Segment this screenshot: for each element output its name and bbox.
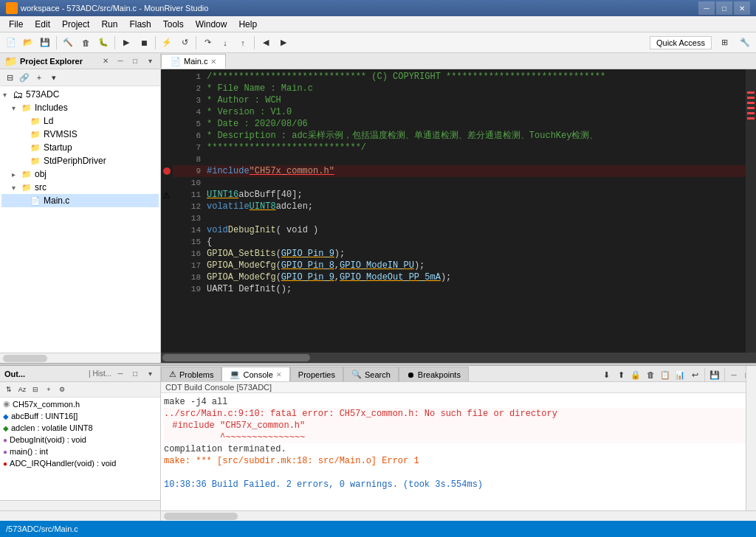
expand-btn[interactable]: +: [43, 384, 55, 395]
step-return[interactable]: ↑: [235, 35, 251, 51]
maximize-button[interactable]: □: [716, 1, 732, 15]
sort-btn[interactable]: ⇅: [3, 384, 15, 395]
outline-menu-btn[interactable]: ▾: [144, 368, 156, 380]
perspective-button[interactable]: ⊞: [716, 35, 732, 51]
tab-close-btn[interactable]: ✕: [210, 58, 216, 66]
toolbar-sep-1: [56, 36, 57, 49]
hide-btn[interactable]: ⚙: [56, 384, 68, 395]
debug-button[interactable]: 🐛: [95, 35, 111, 51]
outline-hscrollbar[interactable]: [0, 500, 160, 510]
tree-rvmsis[interactable]: 📁 RVMSIS: [1, 128, 159, 141]
console-down-btn[interactable]: ⬇: [599, 368, 613, 381]
step-over[interactable]: ↷: [199, 35, 216, 51]
tree-startup[interactable]: 📁 Startup: [1, 141, 159, 154]
menu-edit[interactable]: Edit: [29, 16, 56, 32]
outline-item-3[interactable]: ● DebugInit(void) : void: [0, 434, 160, 446]
console-lock-btn[interactable]: 🔒: [629, 368, 642, 381]
tab-problems[interactable]: ⚠ Problems: [161, 367, 221, 381]
editor-hscrollbar[interactable]: [161, 353, 756, 363]
tab-search[interactable]: 🔍 Search: [343, 367, 399, 381]
stop-button[interactable]: ⏹: [136, 35, 152, 51]
properties-label: Properties: [298, 370, 335, 379]
new-button[interactable]: 📄: [3, 35, 19, 51]
panel-close-btn[interactable]: ✕: [100, 55, 111, 67]
tree-scrollbar-h[interactable]: [0, 353, 160, 363]
title-bar: workspace - 573ADC/src/Main.c - MounRive…: [0, 0, 756, 16]
tab-properties[interactable]: Properties: [290, 367, 343, 381]
console-wrap-btn[interactable]: ↩: [688, 368, 701, 381]
run-button[interactable]: ▶: [118, 35, 134, 51]
prev-button[interactable]: ◀: [258, 35, 274, 51]
tree-src[interactable]: ▾ 📁 src: [1, 181, 159, 194]
tree-toolbar: ⊟ 🔗 + ▾: [0, 69, 160, 86]
console-min-btn[interactable]: ─: [728, 369, 740, 381]
sort-alpha-btn[interactable]: Az: [16, 384, 28, 395]
tree-includes[interactable]: ▾ 📁 Includes: [1, 101, 159, 114]
outline-item-0[interactable]: ◉ CH57x_common.h: [0, 398, 160, 410]
minimize-button[interactable]: ─: [698, 1, 715, 15]
code-editor[interactable]: ⚠: [161, 69, 756, 353]
hist-tab[interactable]: | Hist...: [89, 370, 111, 378]
tab-console-close[interactable]: ✕: [276, 371, 282, 378]
toolbar-sep-4: [196, 36, 196, 49]
collapse-all-btn[interactable]: ⊟: [3, 71, 16, 84]
panel-minimize-btn[interactable]: ─: [114, 55, 126, 67]
workspace-button[interactable]: 🔧: [737, 35, 753, 51]
filter-outline-btn[interactable]: ⊟: [30, 384, 41, 395]
console-up-btn[interactable]: ⬆: [614, 368, 628, 381]
save-button[interactable]: 💾: [37, 35, 53, 51]
tab-console[interactable]: 💻 Console ✕: [221, 367, 289, 381]
outline-item-2[interactable]: ◆ adclen : volatile UINT8: [0, 422, 160, 434]
outline-item-1[interactable]: ◆ abcBuff : UINT16[]: [0, 410, 160, 422]
menu-bar: File Edit Project Run Flash Tools Window…: [0, 16, 756, 32]
code-content[interactable]: 1 /***************************** (C) COP…: [173, 69, 746, 353]
console-display-btn[interactable]: 📊: [673, 368, 687, 381]
tab-breakpoints[interactable]: ⏺ Breakpoints: [399, 367, 469, 381]
clean-button[interactable]: 🗑: [78, 35, 94, 51]
menu-window[interactable]: Window: [190, 16, 233, 32]
menu-tools[interactable]: Tools: [157, 16, 190, 32]
next-button[interactable]: ▶: [275, 35, 292, 51]
new-file-tree-btn[interactable]: +: [32, 71, 46, 84]
outline-max-btn[interactable]: □: [129, 368, 141, 380]
code-line-3: 3 * Author : WCH: [173, 94, 746, 106]
console-vscrollbar[interactable]: [746, 366, 756, 510]
flash-button[interactable]: ⚡: [159, 35, 175, 51]
quick-access-button[interactable]: Quick Access: [650, 36, 712, 49]
outline-label-0: CH57x_common.h: [13, 400, 80, 409]
close-button[interactable]: ✕: [734, 1, 750, 15]
link-editor-btn[interactable]: 🔗: [18, 71, 31, 84]
outline-scroll[interactable]: [0, 511, 161, 521]
menu-help[interactable]: Help: [233, 16, 263, 32]
step-into[interactable]: ↓: [217, 35, 233, 51]
menu-project[interactable]: Project: [56, 16, 95, 32]
scroll-error-6: [747, 117, 755, 119]
app-icon: [6, 2, 18, 14]
tree-obj[interactable]: ▸ 📁 obj: [1, 167, 159, 181]
filter-btn[interactable]: ▾: [47, 71, 61, 84]
tree-stdperiph[interactable]: 📁 StdPeriphDriver: [1, 154, 159, 167]
reset-button[interactable]: ↺: [176, 35, 193, 51]
tree-root[interactable]: ▾ 🗂 573ADC: [1, 88, 159, 101]
outline-item-5[interactable]: ● ADC_IRQHandler(void) : void: [0, 457, 160, 469]
tree-ld[interactable]: 📁 Ld: [1, 114, 159, 128]
gutter-13: [161, 212, 173, 224]
editor-scrollbar[interactable]: [746, 69, 756, 353]
tab-mainc[interactable]: 📄 Main.c ✕: [161, 54, 226, 69]
outline-toolbar: ⇅ Az ⊟ + ⚙: [0, 382, 160, 398]
console-copy-btn[interactable]: 📋: [659, 368, 672, 381]
menu-file[interactable]: File: [3, 16, 29, 32]
open-button[interactable]: 📂: [20, 35, 36, 51]
tree-mainc[interactable]: 📄 Main.c: [1, 194, 159, 207]
console-save-btn[interactable]: 💾: [708, 368, 721, 381]
build-button[interactable]: 🔨: [60, 35, 76, 51]
console-clear-btn[interactable]: 🗑: [644, 368, 657, 381]
menu-flash[interactable]: Flash: [123, 16, 157, 32]
outline-item-4[interactable]: ● main() : int: [0, 446, 160, 457]
panel-maximize-btn[interactable]: □: [129, 55, 141, 67]
menu-run[interactable]: Run: [95, 16, 123, 32]
console-scroll[interactable]: [161, 511, 756, 521]
panel-menu-btn[interactable]: ▾: [144, 55, 156, 67]
outline-label-4: main() : int: [10, 447, 48, 456]
outline-min-btn[interactable]: ─: [114, 368, 126, 380]
